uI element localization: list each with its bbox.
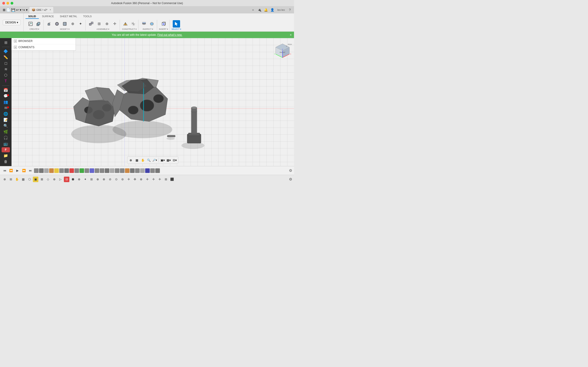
design-dropdown-button[interactable]: DESIGN ▾ bbox=[3, 20, 21, 25]
toolbar2-btn-25[interactable]: ✛ bbox=[151, 177, 156, 182]
zoom-level-button[interactable]: 🔎▾ bbox=[152, 157, 157, 163]
inspect-btn-1[interactable] bbox=[140, 20, 148, 27]
toolbar2-btn-7[interactable]: ⊠ bbox=[39, 177, 44, 182]
select-button[interactable] bbox=[173, 20, 180, 27]
mail-sidebar-icon[interactable]: ✉ bbox=[2, 106, 10, 110]
toolbar2-btn-17[interactable]: ⊗ bbox=[101, 177, 107, 182]
inspect-group-label[interactable]: INSPECT ▾ bbox=[143, 28, 153, 30]
redo-button[interactable]: ↪ bbox=[22, 8, 25, 12]
tv-sidebar-icon[interactable]: 📺 bbox=[2, 141, 10, 146]
timeline-item-7[interactable] bbox=[64, 168, 69, 173]
timeline-item-9[interactable] bbox=[74, 168, 79, 173]
maximize-window-button[interactable] bbox=[10, 2, 13, 5]
timeline-item-17[interactable] bbox=[115, 168, 120, 173]
modify-btn-2[interactable] bbox=[53, 20, 61, 27]
modify-btn-3[interactable] bbox=[61, 20, 69, 27]
create-group-label[interactable]: CREATE ▾ bbox=[30, 28, 40, 30]
timeline-item-5[interactable] bbox=[54, 168, 59, 173]
toolbar2-btn-10[interactable]: ▷ bbox=[58, 177, 63, 182]
tab-sheet-metal[interactable]: SHEET METAL bbox=[57, 14, 80, 19]
toolbar2-btn-22[interactable]: ✜ bbox=[132, 177, 138, 182]
construct-btn-1[interactable] bbox=[122, 20, 129, 27]
notification-link[interactable]: Find out what's new. bbox=[157, 33, 182, 36]
timeline-item-11[interactable] bbox=[85, 168, 89, 173]
construct-btn-2[interactable] bbox=[130, 20, 137, 27]
extrude-button[interactable] bbox=[35, 20, 42, 27]
timeline-item-1[interactable] bbox=[34, 168, 39, 173]
toolbar2-btn-18[interactable]: ⊘ bbox=[107, 177, 113, 182]
undo-button[interactable]: ↩ bbox=[16, 8, 19, 12]
model-sidebar-icon[interactable]: 🔷 bbox=[2, 49, 10, 54]
inspect-btn-2[interactable] bbox=[148, 20, 156, 27]
insert-group-label[interactable]: INSERT ▾ bbox=[159, 28, 168, 30]
timeline-item-2[interactable] bbox=[39, 168, 44, 173]
comments-expand-button[interactable]: + bbox=[14, 46, 17, 49]
mesh-sidebar-icon[interactable]: ⬡ bbox=[2, 73, 10, 78]
visual-style-button[interactable]: ▦▾ bbox=[166, 157, 172, 163]
sketch-sidebar-icon[interactable]: ✏️ bbox=[2, 55, 10, 60]
toolbar2-btn-19[interactable]: ⊙ bbox=[113, 177, 119, 182]
timeline-item-20[interactable] bbox=[130, 168, 135, 173]
notifications-icon[interactable]: 🔔 bbox=[264, 8, 268, 12]
toolbar2-btn-4[interactable]: ▦ bbox=[20, 177, 26, 182]
comments-panel-row[interactable]: + COMMENTS bbox=[11, 44, 76, 50]
timeline-item-24[interactable] bbox=[150, 168, 155, 173]
user-name-label[interactable]: leo leo bbox=[277, 8, 286, 12]
timeline-item-18[interactable] bbox=[120, 168, 124, 173]
modify-btn-5[interactable]: ✦ bbox=[77, 20, 84, 27]
fit-to-screen-button[interactable]: ⊕ bbox=[128, 157, 134, 163]
search-sidebar-icon[interactable]: 🔍 bbox=[2, 123, 10, 128]
toolbar2-btn-12[interactable]: ⬢ bbox=[70, 177, 76, 182]
design-mode-selector[interactable]: DESIGN ▾ bbox=[0, 13, 24, 31]
timeline-item-8[interactable] bbox=[69, 168, 74, 173]
construct-group-label[interactable]: CONSTRUCT ▾ bbox=[122, 28, 137, 30]
toolbar2-btn-6[interactable]: ▣ bbox=[33, 177, 38, 182]
tex-sidebar-icon[interactable]: T bbox=[2, 79, 10, 84]
plant-sidebar-icon[interactable]: 🌿 bbox=[2, 129, 10, 134]
timeline-item-19[interactable] bbox=[125, 168, 130, 173]
timeline-item-4[interactable] bbox=[49, 168, 54, 173]
file-tab[interactable]: 📦 GBE ! v2* × bbox=[29, 7, 53, 13]
select-group-label[interactable]: SELECT ▾ bbox=[172, 28, 181, 30]
folder-sidebar-icon[interactable]: 📁 bbox=[2, 153, 10, 158]
timeline-settings-gear[interactable]: ⚙ bbox=[289, 168, 292, 173]
podcast-sidebar-icon[interactable]: 🎧 bbox=[2, 135, 10, 140]
timeline-item-22[interactable] bbox=[140, 168, 145, 173]
timeline-item-16[interactable] bbox=[110, 168, 114, 173]
extensions-icon[interactable]: 🔌 bbox=[257, 8, 262, 12]
pan-button[interactable]: ✋ bbox=[140, 157, 146, 163]
grid-view-button[interactable]: ▦ bbox=[134, 157, 140, 163]
toolbar2-btn-21[interactable]: ✛ bbox=[126, 177, 131, 182]
toolbar2-btn-20[interactable]: ⊚ bbox=[120, 177, 125, 182]
toolbar2-btn-14[interactable]: ✦ bbox=[82, 177, 88, 182]
save-button[interactable]: 💾 bbox=[11, 8, 15, 12]
fusion-sidebar-icon[interactable]: F bbox=[2, 147, 10, 152]
toolbar2-btn-15[interactable]: ⊞ bbox=[89, 177, 94, 182]
freeform-sidebar-icon[interactable]: ≋ bbox=[2, 67, 10, 72]
user-avatar[interactable]: 👤 bbox=[270, 8, 275, 12]
modify-btn-4[interactable]: ⊕ bbox=[69, 20, 76, 27]
toolbar2-btn-3[interactable]: ✋ bbox=[14, 177, 20, 182]
timeline-item-10[interactable] bbox=[79, 168, 84, 173]
modify-group-label[interactable]: MODIFY ▾ bbox=[60, 28, 69, 30]
toolbar2-btn-24[interactable]: ✛ bbox=[145, 177, 150, 182]
toolbar2-btn-16[interactable]: ⊕ bbox=[95, 177, 100, 182]
view-cube[interactable]: RIGHT X Y Z Z- RIGHT bbox=[273, 40, 292, 59]
assemble-group-label[interactable]: ASSEMBLE ▾ bbox=[96, 28, 109, 30]
timeline-next-button[interactable]: ⏩ bbox=[21, 168, 27, 173]
toolbar2-btn-1[interactable]: ⊕ bbox=[2, 177, 7, 182]
close-window-button[interactable] bbox=[2, 2, 5, 5]
trash-sidebar-icon[interactable]: 🗑 bbox=[2, 159, 10, 164]
toolbar2-btn-23[interactable]: ⊕ bbox=[138, 177, 144, 182]
timeline-item-14[interactable] bbox=[100, 168, 104, 173]
timeline-item-6[interactable] bbox=[59, 168, 64, 173]
tab-solid[interactable]: SOLID bbox=[26, 14, 39, 19]
timeline-item-3[interactable] bbox=[44, 168, 49, 173]
browser-panel-row[interactable]: + BROWSER bbox=[11, 38, 76, 44]
toolbar2-btn-26[interactable]: ✛ bbox=[157, 177, 162, 182]
timeline-item-21[interactable] bbox=[135, 168, 140, 173]
toolbar2-btn-8[interactable]: ◇ bbox=[45, 177, 51, 182]
assemble-btn-2[interactable]: ⊞ bbox=[95, 20, 103, 27]
timeline-item-12[interactable] bbox=[90, 168, 94, 173]
canvas-area[interactable]: + BROWSER + COMMENTS RIGHT X Y bbox=[11, 38, 294, 166]
